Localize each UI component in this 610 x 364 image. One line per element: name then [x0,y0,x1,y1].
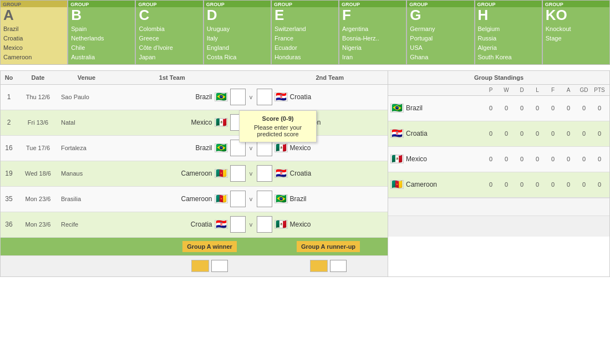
runner-label: Group A runner-up [297,241,360,252]
score2-input[interactable] [257,191,272,207]
standing-p: 0 [483,130,499,137]
team2-name: Mexico [290,144,311,152]
standing-team: Croatia [406,130,483,137]
match-date: Thu 12/6 [17,94,59,100]
team2-name: Croatia [290,93,312,101]
match-no: 2 [1,119,17,126]
score2-input[interactable] [257,165,272,182]
team1-name: Cameroon [181,170,212,177]
team1-cell: Cameroon 🇨🇲 [114,169,230,178]
standing-flag: 🇧🇷 [390,104,404,112]
match-venue: Fortaleza [59,145,114,151]
group-gh[interactable]: GROUP H BelgiumRussiaAlgeriaSouth Korea [475,0,542,65]
main-area: No Date Venue 1st Team 2nd Team 1 Thu 12… [0,70,610,277]
vs-separator: v [246,196,257,202]
team2-flag: 🇲🇽 [274,143,288,152]
group-letter-gf: F [339,7,406,23]
standings-col-headers: P W D L F A GD PTS [388,85,609,96]
match-date: Mon 23/6 [17,196,59,202]
team2-cell: 🇧🇷 Brazil [272,194,388,203]
match-date: Fri 13/6 [17,119,59,126]
group-ge[interactable]: GROUP E SwitzerlandFranceEcuadorHonduras [271,0,339,65]
vs-separator: v [246,170,257,177]
group-gd[interactable]: GROUP D UruguayItalyEnglandCosta Rica [204,0,271,65]
standing-flag: 🇭🇷 [390,129,404,138]
col-l: L [530,87,545,93]
standing-l: 0 [530,105,545,111]
winner-row [1,255,388,276]
match-venue: Recife [59,221,114,228]
col-gd: GD [576,87,592,93]
standing-team: Mexico [406,155,483,163]
team1-name: Brazil [195,144,212,152]
group-gg[interactable]: GROUP G GermanyPortugalUSAGhana [406,0,474,65]
group-gb[interactable]: GROUP B SpainNetherlandsChileAustralia [68,0,135,65]
score2-input[interactable] [257,140,272,156]
team2-cell: 🇭🇷 Croatia [272,169,388,178]
standing-w: 0 [499,105,514,111]
group-letter-gko: KO [543,7,609,23]
team1-cell: Croatia 🇭🇷 [114,220,230,229]
standing-d: 0 [514,156,530,162]
standing-w: 0 [499,181,514,188]
score1-input[interactable] [230,89,246,105]
score2-input[interactable] [257,216,272,233]
team1-cell: Cameroon 🇨🇲 [114,194,230,203]
group-gc[interactable]: GROUP C ColombiaGreeceCôte d'IvoireJapan [135,0,203,65]
runner-score-input[interactable] [330,260,347,272]
standing-p: 0 [483,105,499,111]
col-f: F [545,87,561,93]
col-w: W [499,87,514,93]
score1-input[interactable] [230,140,246,156]
team1-flag: 🇨🇲 [215,194,228,203]
groups-row: GROUP A BrazilCroatiaMexicoCameroon GROU… [0,0,610,65]
col-team2: 2nd Team [272,71,388,84]
score1-input[interactable] [230,165,246,182]
team2-name: Mexico [290,221,311,228]
standing-gd: 0 [576,156,592,162]
match-row-19: 19 Wed 18/6 Manaus Cameroon 🇨🇲 v 🇭🇷 Croa… [1,161,388,187]
team1-name: Mexico [191,119,212,126]
standing-row-mexico: 🇲🇽 Mexico 0 0 0 0 0 0 0 0 [388,147,609,172]
footer-bar: Group A winner Group A runner-up [1,238,388,255]
match-no: 16 [1,144,17,152]
vs-separator: v [246,94,257,100]
standing-row-brazil: 🇧🇷 Brazil 0 0 0 0 0 0 0 0 [388,96,609,121]
tooltip-title: Score (0-9) [245,115,311,122]
group-teams-gko: KnockoutStage [543,23,609,45]
standing-flag: 🇨🇲 [390,180,404,189]
group-teams-gc: ColombiaGreeceCôte d'IvoireJapan [136,23,202,64]
vs-separator: v [246,221,257,228]
match-date: Mon 23/6 [17,221,59,228]
standing-p: 0 [483,156,499,162]
winner-score-input[interactable] [211,260,228,272]
group-gf[interactable]: GROUP F ArgentinaBosnia-Herz..NigeriaIra… [339,0,406,65]
team2-flag: 🇲🇽 [274,220,288,229]
standings-title: Group Standings [388,71,609,85]
group-teams-gf: ArgentinaBosnia-Herz..NigeriaIran [339,23,406,64]
score2-input[interactable] [257,89,272,105]
match-row-1: 1 Thu 12/6 Sao Paulo Brazil 🇧🇷 v 🇭🇷 Croa… [1,85,388,110]
group-ga[interactable]: GROUP A BrazilCroatiaMexicoCameroon [0,0,68,65]
match-no: 35 [1,195,17,203]
match-row-36: 36 Mon 23/6 Recife Croatia 🇭🇷 v 🇲🇽 Mexic… [1,212,388,238]
col-venue: Venue [59,71,114,84]
score1-input[interactable] [230,191,246,207]
group-gko[interactable]: GROUP KO KnockoutStage [542,0,610,65]
match-venue: Manaus [59,170,114,177]
standing-a: 0 [561,156,576,162]
team2-flag: 🇧🇷 [274,194,288,203]
score1-input[interactable] [230,216,246,233]
standing-a: 0 [561,130,576,137]
standing-pts: 0 [592,105,607,111]
team1-flag: 🇧🇷 [215,93,228,101]
group-teams-gg: GermanyPortugalUSAGhana [407,23,474,64]
match-row-2: 2 Fri 13/6 Natal Mexico 🇲🇽 v 🇨🇲 Cameroon… [1,110,388,136]
team2-flag: 🇭🇷 [274,169,288,178]
team2-cell: 🇲🇽 Mexico [272,220,388,229]
col-d: D [514,87,530,93]
standing-gd: 0 [576,105,592,111]
group-letter-gb: B [68,7,135,23]
match-no: 1 [1,93,17,101]
standing-w: 0 [499,130,514,137]
